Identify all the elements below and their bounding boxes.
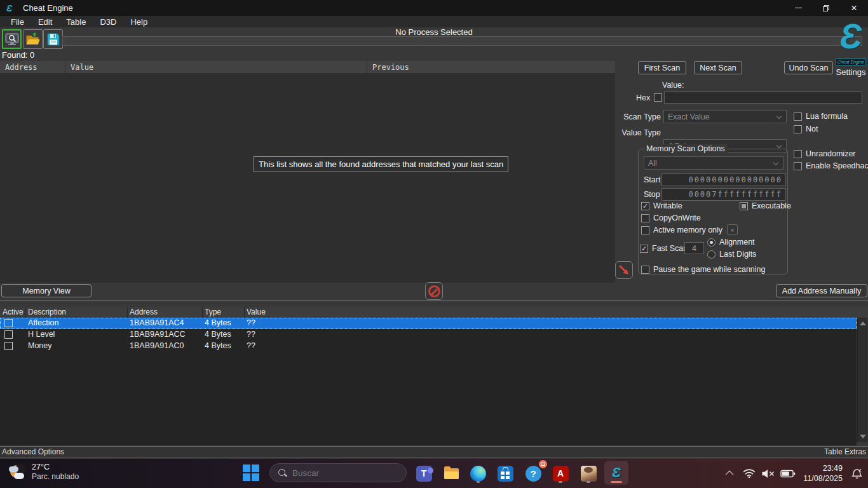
unrandomizer-checkbox[interactable]: [794, 150, 802, 158]
lua-formula-option[interactable]: Lua formula: [794, 112, 848, 121]
scroll-down-icon[interactable]: [860, 435, 866, 438]
scan-type-dropdown[interactable]: Exact Value: [663, 110, 787, 123]
menu-table[interactable]: Table: [59, 17, 93, 27]
alignment-option[interactable]: Alignment: [707, 238, 755, 247]
enable-speedhack-option[interactable]: Enable Speedhack: [794, 161, 868, 170]
file-explorer-icon: [444, 466, 459, 482]
cheat-table-list[interactable]: Affection 1BAB9A91AC4 4 Bytes ?? H Level…: [0, 318, 857, 445]
microsoft-store-icon: [498, 466, 513, 482]
fast-scan-checkbox[interactable]: [640, 245, 648, 253]
unrandomizer-option[interactable]: Unrandomizer: [794, 149, 856, 158]
lua-formula-checkbox[interactable]: [794, 112, 802, 121]
executable-option[interactable]: Executable: [740, 201, 791, 210]
clock[interactable]: 23:49 11/08/2025: [803, 463, 843, 484]
fast-scan-value-field[interactable]: 4: [684, 242, 704, 254]
table-extras-link[interactable]: Table Extras: [824, 447, 866, 456]
taskbar-search[interactable]: [269, 463, 407, 482]
next-scan-button[interactable]: Next Scan: [694, 61, 742, 74]
active-checkbox[interactable]: [4, 342, 13, 350]
enable-speedhack-checkbox[interactable]: [794, 162, 802, 170]
taskbar-teams-button[interactable]: T: [413, 463, 435, 484]
notifications-button[interactable]: z: [846, 468, 868, 479]
pause-game-option[interactable]: Pause the game while scanning: [641, 265, 766, 274]
settings-button[interactable]: Ɛ Cheat Engine Settings: [834, 17, 868, 77]
start-address-field[interactable]: 0000000000000000: [661, 173, 786, 186]
active-checkbox[interactable]: [4, 319, 13, 327]
window-title: Cheat Engine: [23, 3, 73, 13]
wifi-button[interactable]: [740, 468, 759, 478]
select-process-button[interactable]: [2, 29, 22, 49]
col-address[interactable]: Address: [130, 308, 158, 316]
table-row-h-level[interactable]: H Level 1BAB9A91ACC 4 Bytes ??: [0, 329, 857, 341]
row-address: 1BAB9A91AC0: [130, 341, 184, 350]
pause-game-checkbox[interactable]: [641, 266, 649, 274]
col-type[interactable]: Type: [205, 308, 221, 316]
writable-checkbox[interactable]: [641, 202, 649, 210]
found-list[interactable]: This list shows all the found addresses …: [0, 73, 615, 283]
found-col-value[interactable]: Value: [65, 61, 367, 73]
memory-view-button[interactable]: Memory View: [1, 284, 92, 297]
deref-clear-button[interactable]: ×: [727, 224, 738, 235]
add-selected-addresses-button[interactable]: [615, 261, 633, 279]
minimize-button[interactable]: [784, 0, 812, 16]
active-memory-option[interactable]: Active memory only: [641, 226, 722, 234]
alignment-radio[interactable]: [707, 238, 715, 247]
first-scan-button[interactable]: First Scan: [638, 61, 686, 74]
not-checkbox[interactable]: [794, 125, 802, 133]
save-table-button[interactable]: [43, 29, 63, 49]
hex-checkbox[interactable]: [654, 93, 662, 102]
chevron-down-icon: [773, 160, 778, 165]
last-digits-option[interactable]: Last Digits: [707, 250, 756, 259]
weather-temperature: 27°C: [32, 463, 79, 472]
taskbar-help-button[interactable]: ?: [522, 463, 544, 484]
scroll-up-icon[interactable]: [860, 322, 866, 325]
active-checkbox[interactable]: [4, 330, 13, 339]
red-arrow-icon: [618, 264, 630, 276]
menu-d3d[interactable]: D3D: [93, 17, 123, 27]
copyonwrite-option[interactable]: CopyOnWrite: [641, 214, 701, 222]
add-address-manually-button[interactable]: Add Address Manually: [776, 284, 867, 297]
edge-running-indicator: [477, 481, 480, 483]
writable-option[interactable]: Writable: [641, 201, 682, 210]
copyonwrite-checkbox[interactable]: [641, 214, 649, 222]
executable-checkbox[interactable]: [740, 202, 748, 210]
restore-button[interactable]: [812, 0, 840, 16]
found-col-previous[interactable]: Previous: [367, 61, 615, 73]
col-description[interactable]: Description: [28, 308, 66, 316]
taskbar-store-button[interactable]: [494, 463, 516, 484]
settings-label: Settings: [834, 67, 868, 77]
table-row-affection[interactable]: Affection 1BAB9A91AC4 4 Bytes ??: [0, 318, 857, 329]
col-value[interactable]: Value: [247, 308, 266, 316]
start-button[interactable]: [243, 464, 259, 481]
menu-edit[interactable]: Edit: [31, 17, 59, 27]
weather-widget[interactable]: 27°C Parc. nublado: [8, 463, 79, 482]
stop-address-field[interactable]: 00007fffffffffff: [661, 188, 786, 201]
advanced-options-link[interactable]: Advanced Options: [2, 447, 64, 456]
image-app-running-indicator: [587, 481, 590, 483]
last-digits-radio[interactable]: [707, 250, 715, 259]
found-col-address[interactable]: Address: [0, 61, 65, 73]
col-active[interactable]: Active: [3, 308, 24, 316]
vertical-scrollbar[interactable]: [857, 318, 867, 442]
close-button[interactable]: ×: [840, 0, 868, 16]
open-table-button[interactable]: [23, 29, 43, 49]
volume-button[interactable]: [759, 469, 778, 478]
tray-overflow-button[interactable]: [721, 471, 740, 477]
fast-scan-option[interactable]: Fast Scan: [640, 244, 688, 253]
battery-button[interactable]: [778, 470, 798, 478]
active-memory-checkbox[interactable]: [641, 226, 649, 234]
memory-region-dropdown[interactable]: All: [644, 156, 783, 170]
fast-scan-label: Fast Scan: [652, 244, 688, 253]
menu-help[interactable]: Help: [123, 17, 154, 27]
taskbar-explorer-button[interactable]: [440, 463, 462, 484]
table-row-money[interactable]: Money 1BAB9A91AC0 4 Bytes ??: [0, 341, 857, 352]
x-icon: ×: [730, 226, 734, 234]
menu-file[interactable]: File: [4, 17, 31, 27]
not-option[interactable]: Not: [794, 125, 818, 133]
cancel-scan-button[interactable]: [425, 282, 443, 300]
undo-scan-button[interactable]: Undo Scan: [784, 61, 833, 74]
chevron-down-icon: [776, 143, 782, 148]
value-input[interactable]: [664, 92, 862, 104]
start-label: Start: [644, 175, 660, 184]
search-input[interactable]: [292, 468, 388, 478]
